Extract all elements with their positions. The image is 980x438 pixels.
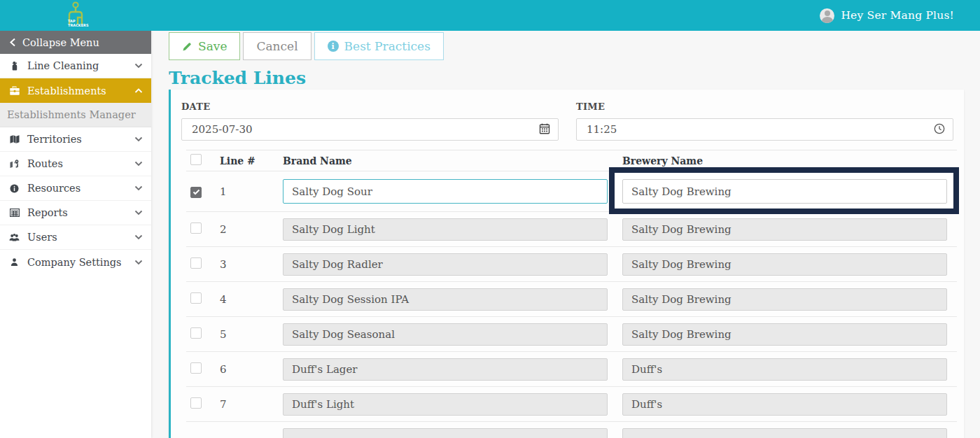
cancel-button[interactable]: Cancel — [243, 32, 311, 60]
route-map-icon — [9, 159, 20, 169]
row-checkbox[interactable] — [190, 222, 202, 234]
sidebar-item-company-settings[interactable]: Company Settings — [0, 250, 151, 274]
line-number: 2 — [220, 223, 283, 236]
chevron-left-icon — [9, 38, 16, 47]
brand-input — [283, 428, 608, 438]
calendar-icon[interactable] — [539, 123, 550, 134]
cancel-label: Cancel — [256, 39, 298, 53]
svg-text:TRACKERS: TRACKERS — [68, 23, 89, 27]
brewery-input — [622, 218, 947, 241]
line-number: 6 — [220, 363, 283, 376]
sidebar-item-users[interactable]: Users — [0, 225, 151, 250]
clock-icon[interactable] — [934, 123, 945, 134]
line-number: 7 — [220, 398, 283, 411]
brand-input — [283, 393, 608, 416]
tracked-lines-table: Line # Brand Name Brewery Name 1 — [186, 150, 957, 438]
line-number: 5 — [220, 328, 283, 341]
tap-handle-icon: TAP TRACKERS — [60, 1, 91, 30]
info-icon: i — [328, 41, 339, 52]
tap-trackers-logo[interactable]: TAP TRACKERS — [60, 1, 91, 30]
sidebar-item-label: Company Settings — [27, 257, 127, 268]
sidebar-item-reports[interactable]: Reports — [0, 201, 151, 225]
date-time-section: DATE TIME — [171, 90, 964, 141]
row-checkbox[interactable] — [190, 292, 202, 304]
check-icon — [192, 189, 200, 195]
save-button[interactable]: Save — [169, 32, 240, 60]
avatar — [820, 8, 834, 23]
map-icon — [9, 134, 20, 145]
brand-input — [283, 253, 608, 276]
line-number: 1 — [220, 185, 283, 198]
date-input[interactable] — [181, 118, 559, 141]
row-checkbox[interactable] — [190, 257, 202, 269]
info-icon — [9, 183, 20, 194]
sidebar-item-establishments[interactable]: Establishments — [0, 78, 151, 103]
sidebar-item-label: Resources — [27, 183, 127, 194]
chevron-down-icon — [134, 161, 143, 167]
user-greeting[interactable]: Hey Ser Mang Plus! — [820, 0, 954, 31]
sidebar-item-label: Establishments — [27, 85, 127, 97]
line-number: 4 — [220, 293, 283, 306]
chevron-down-icon — [134, 260, 143, 265]
briefcase-icon — [9, 85, 20, 96]
row-checkbox[interactable] — [190, 362, 202, 374]
brand-input — [283, 323, 608, 346]
sidebar-item-resources[interactable]: Resources — [0, 176, 151, 201]
sidebar-item-label: Reports — [27, 207, 127, 218]
sidebar-item-label: Users — [27, 232, 127, 243]
sidebar-item-label: Routes — [27, 158, 127, 169]
brand-input — [283, 358, 608, 381]
brewery-input — [622, 428, 947, 438]
toolbar: Save Cancel i Best Practices — [169, 32, 980, 60]
collapse-menu-label: Collapse Menu — [22, 37, 99, 48]
person-icon — [9, 257, 20, 267]
pencil-icon — [182, 41, 192, 52]
table-row-partial — [186, 422, 957, 438]
app-window: TAP TRACKERS Hey Ser Mang Plus! Collapse… — [0, 0, 980, 438]
brewery-input — [622, 358, 947, 381]
table-icon — [9, 208, 20, 218]
brewery-input — [622, 393, 947, 416]
chevron-down-icon — [134, 185, 143, 191]
date-label: DATE — [181, 101, 559, 112]
top-bar: TAP TRACKERS Hey Ser Mang Plus! — [0, 0, 980, 31]
select-all-checkbox[interactable] — [190, 154, 202, 165]
tracked-lines-panel: DATE TIME — [169, 90, 964, 438]
save-label: Save — [198, 39, 227, 53]
sidebar-item-line-cleaning[interactable]: Line Cleaning — [0, 54, 151, 78]
table-row: 3 — [186, 247, 957, 282]
sidebar-subitem-label: Establishments Manager — [7, 109, 136, 120]
brand-input — [283, 218, 608, 241]
line-number-header: Line # — [220, 155, 283, 167]
spray-bottle-icon — [9, 61, 20, 71]
brewery-input — [622, 288, 947, 311]
chevron-up-icon — [134, 88, 143, 94]
brewery-input — [622, 323, 947, 346]
table-row: 1 — [186, 171, 957, 212]
best-practices-button[interactable]: i Best Practices — [314, 32, 444, 60]
sidebar-item-routes[interactable]: Routes — [0, 152, 151, 176]
main-content: Save Cancel i Best Practices Tracked Lin… — [151, 31, 980, 438]
time-label: TIME — [576, 101, 953, 112]
row-checkbox[interactable] — [190, 397, 202, 409]
users-icon — [9, 232, 20, 243]
table-row: 4 — [186, 282, 957, 317]
table-row: 6 — [186, 352, 957, 387]
time-input[interactable] — [576, 118, 953, 141]
sidebar-item-territories[interactable]: Territories — [0, 127, 151, 152]
brand-input[interactable] — [283, 179, 608, 204]
brewery-input — [622, 253, 947, 276]
sidebar-item-establishments-manager[interactable]: Establishments Manager — [0, 103, 151, 127]
chevron-down-icon — [134, 234, 143, 240]
table-row: 7 — [186, 387, 957, 422]
chevron-down-icon — [134, 210, 143, 216]
brewery-input[interactable] — [622, 179, 947, 204]
row-checkbox-checked[interactable] — [190, 187, 202, 198]
row-checkbox[interactable] — [190, 327, 202, 339]
collapse-menu-button[interactable]: Collapse Menu — [0, 31, 151, 54]
line-number: 3 — [220, 258, 283, 271]
chevron-down-icon — [134, 63, 143, 69]
table-row: 5 — [186, 317, 957, 352]
sidebar: Collapse Menu Line Cleaning Establishmen… — [0, 31, 151, 438]
brewery-name-header: Brewery Name — [622, 155, 947, 167]
